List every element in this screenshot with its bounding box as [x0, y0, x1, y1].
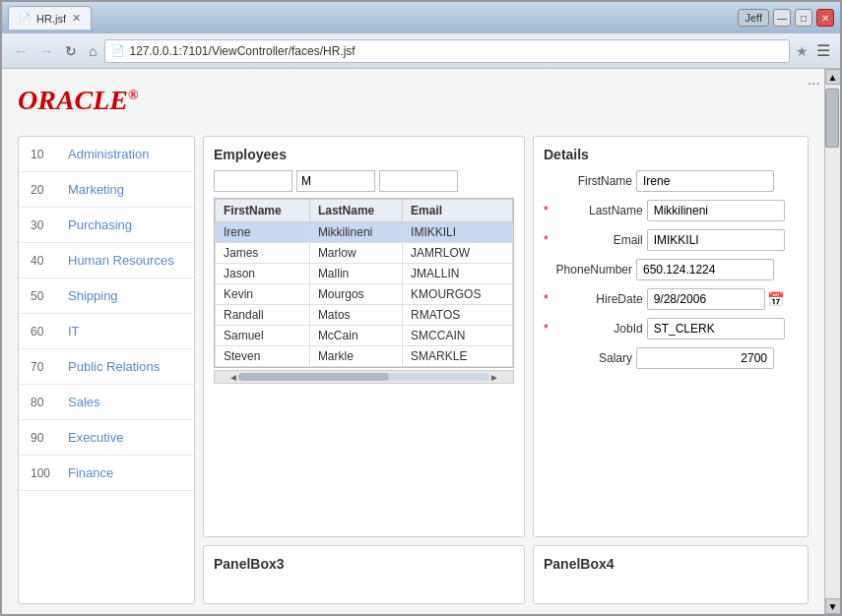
table-row[interactable]: Jason Mallin JMALLIN	[216, 264, 513, 284]
tab-label: HR.jsf	[36, 13, 66, 25]
table-row[interactable]: James Marlow JAMRLOW	[216, 243, 513, 264]
oracle-logo: ORACLE®	[18, 85, 809, 116]
sidebar-label-purchasing: Purchasing	[68, 217, 132, 232]
sidebar-item-shipping[interactable]: 50 Shipping	[19, 278, 194, 314]
panel-box4-title: PanelBox4	[544, 556, 798, 572]
filter-input-2[interactable]	[296, 170, 375, 192]
sidebar-item-administration[interactable]: 10 Administration	[19, 137, 194, 172]
cell-email: JAMRLOW	[403, 243, 513, 264]
filter-input-3[interactable]	[379, 170, 458, 192]
sidebar-item-finance[interactable]: 100 Finance	[19, 456, 194, 491]
table-row[interactable]: Samuel McCain SMCCAIN	[216, 326, 513, 346]
firstname-label: FirstName	[544, 174, 632, 188]
col-header-email[interactable]: Email	[403, 200, 513, 222]
forward-button[interactable]: →	[35, 41, 57, 61]
page-area: ··· ORACLE® 10 Administration 20 Marketi…	[2, 69, 840, 614]
details-panel: Details FirstName * LastName * E	[533, 136, 809, 537]
scroll-down-button[interactable]: ▼	[825, 598, 841, 614]
hiredate-input[interactable]	[647, 288, 765, 310]
url-input[interactable]	[129, 44, 783, 58]
sidebar-item-purchasing[interactable]: 30 Purchasing	[19, 208, 194, 243]
firstname-input[interactable]	[636, 170, 774, 192]
cell-email: IMIKKILI	[403, 222, 513, 243]
sidebar-item-executive[interactable]: 90 Executive	[19, 420, 194, 456]
title-bar: 📄 HR.jsf ✕ Jeff — □ ✕	[2, 2, 840, 33]
field-row-phone: PhoneNumber	[544, 259, 798, 280]
tab-close-btn[interactable]: ✕	[72, 12, 81, 25]
field-row-email: * Email	[544, 229, 798, 251]
phone-label: PhoneNumber	[544, 263, 632, 277]
browser-tab[interactable]: 📄 HR.jsf ✕	[8, 6, 92, 30]
home-button[interactable]: ⌂	[85, 41, 100, 61]
sidebar-item-sales[interactable]: 80 Sales	[19, 385, 194, 420]
sidebar-num-100: 100	[31, 466, 60, 480]
menu-button[interactable]: ☰	[814, 39, 832, 62]
sidebar-num-40: 40	[31, 254, 60, 268]
sidebar-num-30: 30	[31, 218, 60, 232]
scroll-thumb-vertical[interactable]	[825, 89, 839, 148]
lastname-label: LastName	[554, 204, 643, 217]
sidebar-item-it[interactable]: 60 IT	[19, 314, 194, 349]
cell-email: RMATOS	[403, 305, 513, 326]
sidebar-label-hr: Human Resources	[68, 253, 174, 268]
email-label: Email	[554, 233, 643, 247]
field-row-jobid: * JobId	[544, 318, 798, 339]
refresh-button[interactable]: ↻	[61, 41, 81, 61]
col-header-lastname[interactable]: LastName	[309, 200, 402, 222]
col-header-firstname[interactable]: FirstName	[216, 200, 310, 222]
cell-firstname: Kevin	[216, 284, 310, 305]
phone-input[interactable]	[636, 259, 774, 280]
cell-firstname: James	[216, 243, 310, 264]
horizontal-scrollbar[interactable]: ◄ ►	[214, 370, 514, 384]
scroll-up-button[interactable]: ▲	[825, 69, 841, 85]
panel-box3: PanelBox3	[203, 545, 525, 604]
dots-button[interactable]: ···	[808, 75, 820, 92]
scroll-left-icon[interactable]: ◄	[228, 372, 238, 383]
sidebar-num-70: 70	[31, 360, 60, 374]
filter-row	[214, 170, 514, 192]
filter-input-1[interactable]	[214, 170, 292, 192]
maximize-button[interactable]: □	[795, 9, 812, 27]
cell-email: JMALLIN	[403, 264, 513, 284]
table-scroll-area[interactable]: FirstName LastName Email Irene Mikkiline…	[214, 198, 514, 368]
user-badge: Jeff	[738, 9, 769, 27]
vertical-scrollbar: ▲ ▼	[824, 69, 840, 614]
cell-firstname: Irene	[216, 222, 310, 243]
back-button[interactable]: ←	[10, 41, 32, 61]
field-row-salary: Salary	[544, 347, 798, 369]
employees-title: Employees	[214, 147, 514, 162]
sidebar: 10 Administration 20 Marketing 30 Purcha…	[18, 136, 195, 604]
nav-bar: ← → ↻ ⌂ 📄 ★ ☰	[2, 33, 840, 69]
close-button[interactable]: ✕	[816, 9, 834, 27]
scroll-right-icon[interactable]: ►	[489, 372, 499, 383]
details-title: Details	[544, 147, 798, 162]
table-row[interactable]: Randall Matos RMATOS	[216, 305, 513, 326]
scroll-thumb[interactable]	[238, 373, 389, 381]
sidebar-label-administration: Administration	[68, 147, 149, 161]
lastname-input[interactable]	[647, 200, 785, 221]
salary-input[interactable]	[636, 347, 774, 369]
sidebar-item-pr[interactable]: 70 Public Relations	[19, 349, 194, 385]
sidebar-item-marketing[interactable]: 20 Marketing	[19, 172, 194, 208]
address-bar: 📄	[104, 39, 790, 63]
cell-email: SMARKLE	[403, 346, 513, 367]
tab-page-icon: 📄	[19, 13, 31, 24]
cell-lastname: Mallin	[309, 264, 402, 284]
page-icon: 📄	[111, 44, 125, 57]
sidebar-item-human-resources[interactable]: 40 Human Resources	[19, 243, 194, 278]
table-row[interactable]: Irene Mikkilineni IMIKKILI	[216, 222, 513, 243]
minimize-button[interactable]: —	[773, 9, 791, 27]
jobid-label: JobId	[554, 322, 643, 336]
cell-lastname: Marlow	[309, 243, 402, 264]
email-required-icon: *	[544, 233, 549, 247]
bookmark-button[interactable]: ★	[794, 41, 810, 61]
field-row-hiredate: * HireDate 📅	[544, 288, 798, 310]
cell-firstname: Steven	[216, 346, 310, 367]
email-input[interactable]	[647, 229, 785, 251]
jobid-input[interactable]	[647, 318, 785, 339]
table-row[interactable]: Steven Markle SMARKLE	[216, 346, 513, 367]
table-row[interactable]: Kevin Mourgos KMOURGOS	[216, 284, 513, 305]
page-content: ··· ORACLE® 10 Administration 20 Marketi…	[2, 69, 824, 614]
cell-lastname: Matos	[309, 305, 402, 326]
calendar-icon[interactable]: 📅	[767, 291, 784, 307]
